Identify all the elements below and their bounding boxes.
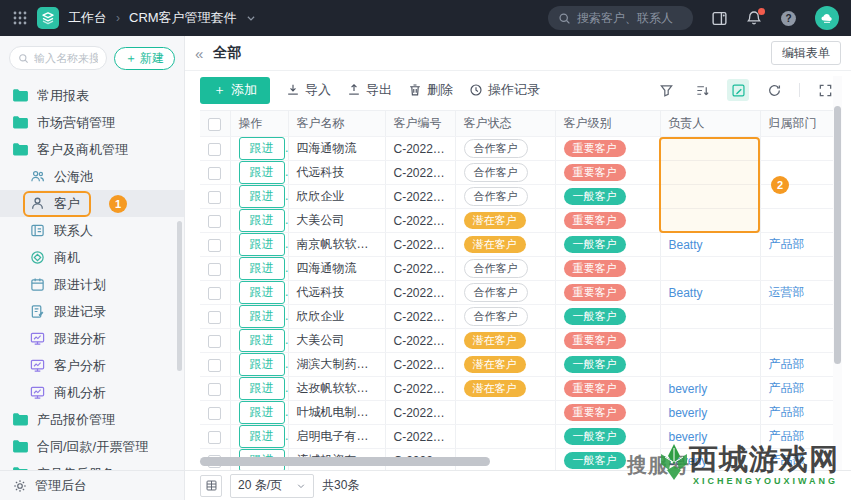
column-header: 客户级别	[555, 111, 660, 137]
edit-view-icon[interactable]	[727, 79, 749, 101]
owner-link[interactable]: beverly	[669, 430, 708, 444]
follow-up-button[interactable]: 跟进	[239, 329, 285, 352]
pagination-bar: 20 条/页 共30条	[185, 470, 851, 500]
operation-log-button[interactable]: 操作记录	[469, 81, 540, 99]
workspace-logo-icon	[37, 7, 59, 29]
follow-up-button[interactable]: 跟进	[239, 305, 285, 328]
sidebar-item-followup-analysis[interactable]: 跟进分析	[0, 325, 184, 352]
follow-up-button[interactable]: 跟进	[239, 377, 285, 400]
follow-up-button[interactable]: 跟进	[239, 425, 285, 448]
owner-cell	[660, 305, 760, 329]
sidebar-item-product-quote-mgmt[interactable]: 产品报价管理	[0, 406, 184, 433]
select-all-checkbox[interactable]	[208, 118, 221, 131]
global-search-input[interactable]: 搜索客户、联系人	[548, 6, 693, 30]
customer-name-cell: 欣欣企业	[288, 185, 385, 209]
customer-code-cell: C-20220608...	[385, 185, 455, 209]
add-button[interactable]: ＋添加	[200, 77, 270, 104]
sidebar-item-after-sales-service[interactable]: 产品售后服务	[0, 460, 184, 470]
department-link[interactable]: 产品部	[769, 405, 805, 419]
sidebar-item-public-pool[interactable]: 公海池	[0, 163, 184, 190]
department-link[interactable]: 产品部	[769, 357, 805, 371]
sidebar-item-common-reports[interactable]: 常用报表	[0, 82, 184, 109]
new-button[interactable]: ＋新建	[114, 47, 175, 70]
delete-button[interactable]: 删除	[408, 81, 453, 99]
customer-name-cell: 启明电子有限公司	[288, 425, 385, 449]
clock-icon	[469, 83, 483, 97]
chevron-down-icon[interactable]	[246, 13, 256, 23]
row-checkbox[interactable]	[208, 335, 221, 348]
row-checkbox[interactable]	[208, 143, 221, 156]
row-checkbox[interactable]	[208, 167, 221, 180]
row-checkbox[interactable]	[208, 311, 221, 324]
owner-link[interactable]: Beatty	[669, 238, 703, 252]
refresh-icon[interactable]	[763, 79, 785, 101]
row-checkbox[interactable]	[208, 215, 221, 228]
collapse-sidebar-icon[interactable]: «	[195, 45, 203, 62]
row-checkbox[interactable]	[208, 359, 221, 372]
app-grid-icon[interactable]	[12, 10, 28, 26]
follow-up-button[interactable]: 跟进	[239, 281, 285, 304]
sidebar-scrollbar[interactable]	[177, 221, 182, 371]
department-link[interactable]: 产品部	[769, 237, 805, 251]
sidebar-item-marketing-mgmt[interactable]: 市场营销管理	[0, 109, 184, 136]
department-cell: 产品部	[760, 377, 838, 401]
department-link[interactable]: 运营部	[769, 285, 805, 299]
sidebar-item-customer-opportunity-mgmt[interactable]: 客户及商机管理	[0, 136, 184, 163]
sidebar-item-admin-backend[interactable]: 管理后台	[0, 470, 184, 500]
vertical-scrollbar[interactable]	[834, 106, 841, 364]
row-checkbox[interactable]	[208, 287, 221, 300]
department-link[interactable]: 产品部	[769, 429, 805, 443]
column-header: 操作	[230, 111, 288, 137]
table-row: 跟进四海通物流C-20220608...合作客户重要客户	[200, 257, 838, 281]
department-link[interactable]: 产品部	[769, 453, 805, 467]
help-icon[interactable]: ?	[780, 10, 797, 27]
sidebar-item-opportunities[interactable]: 商机	[0, 244, 184, 271]
sidebar-item-contacts[interactable]: 联系人	[0, 217, 184, 244]
notifications-bell-icon[interactable]	[746, 10, 762, 26]
pagination-view-icon[interactable]	[200, 475, 222, 497]
edit-form-button[interactable]: 编辑表单	[771, 41, 841, 65]
customer-level-cell: 一般客户	[555, 353, 660, 377]
owner-link[interactable]: beverly	[669, 406, 708, 420]
follow-up-button[interactable]: 跟进	[239, 353, 285, 376]
page-size-select[interactable]: 20 条/页	[230, 474, 314, 498]
customer-status-cell: 潜在客户	[455, 329, 555, 353]
sidebar-item-followup-records[interactable]: 跟进记录	[0, 298, 184, 325]
user-avatar[interactable]	[815, 6, 839, 30]
department-cell: 产品部	[760, 449, 838, 471]
sidebar-item-customer-analysis[interactable]: 客户分析	[0, 352, 184, 379]
follow-up-button[interactable]: 跟进	[239, 185, 285, 208]
sidebar-item-followup-plan[interactable]: 跟进计划	[0, 271, 184, 298]
follow-up-button[interactable]: 跟进	[239, 233, 285, 256]
owner-link[interactable]: beverly	[669, 454, 708, 468]
row-checkbox[interactable]	[208, 407, 221, 420]
row-checkbox[interactable]	[208, 383, 221, 396]
follow-up-button[interactable]: 跟进	[239, 209, 285, 232]
breadcrumb[interactable]: CRM客户管理套件	[129, 9, 237, 27]
customer-code-cell: C-20220607...	[385, 377, 455, 401]
export-button[interactable]: 导出	[347, 81, 392, 99]
sidebar-item-opportunity-analysis[interactable]: 商机分析	[0, 379, 184, 406]
follow-up-button[interactable]: 跟进	[239, 401, 285, 424]
owner-link[interactable]: beverly	[669, 382, 708, 396]
sort-settings-icon[interactable]	[691, 79, 713, 101]
filter-icon[interactable]	[655, 79, 677, 101]
horizontal-scrollbar[interactable]	[200, 457, 490, 466]
follow-up-button[interactable]: 跟进	[239, 137, 285, 160]
sidebar-item-customers[interactable]: 客户1	[0, 190, 184, 217]
view-header: « 全部 编辑表单	[185, 36, 851, 70]
owner-link[interactable]: Beatty	[669, 286, 703, 300]
table-row: 跟进代远科技C-20220608...合作客户重要客户	[200, 161, 838, 185]
row-checkbox[interactable]	[208, 239, 221, 252]
sidebar-search-input[interactable]: 输入名称来搜索	[9, 46, 107, 70]
follow-up-button[interactable]: 跟进	[239, 257, 285, 280]
panel-toggle-icon[interactable]	[711, 10, 728, 27]
row-checkbox[interactable]	[208, 263, 221, 276]
row-checkbox[interactable]	[208, 191, 221, 204]
sidebar-item-contract-payment-mgmt[interactable]: 合同/回款/开票管理	[0, 433, 184, 460]
row-checkbox[interactable]	[208, 431, 221, 444]
workspace-link[interactable]: 工作台	[68, 9, 107, 27]
follow-up-button[interactable]: 跟进	[239, 161, 285, 184]
import-button[interactable]: 导入	[286, 81, 331, 99]
department-link[interactable]: 产品部	[769, 381, 805, 395]
